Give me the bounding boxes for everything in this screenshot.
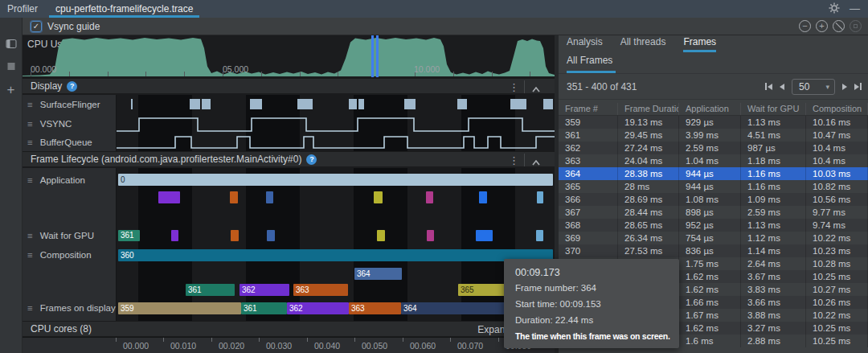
table-row[interactable]: 36428.38 ms944 µs1.16 ms10.03 ms xyxy=(559,167,868,180)
first-page-button[interactable] xyxy=(765,83,772,90)
frame-bar[interactable]: 361 xyxy=(186,284,235,296)
column-header[interactable]: Frame # xyxy=(559,103,618,115)
table-cell: 10.4 ms xyxy=(806,154,868,167)
frame-bar[interactable]: 359 xyxy=(118,302,241,314)
drag-handle-icon[interactable]: ≡ xyxy=(27,138,33,147)
column-header[interactable]: Frame Duration xyxy=(618,103,679,115)
frame-bar[interactable]: 362 xyxy=(287,302,349,314)
frame-bar[interactable]: 363 xyxy=(293,284,348,296)
table-row[interactable]: 36324.04 ms1.04 ms1.18 ms10.4 ms xyxy=(559,154,868,167)
frame-lifecycle-section-header[interactable]: Frame Lifecycle (android.com.java.profil… xyxy=(23,151,555,167)
frame-bar[interactable] xyxy=(476,230,493,241)
frame-bar[interactable] xyxy=(479,191,487,203)
table-row[interactable]: 36926.34 ms754 µs1.12 ms10.22 ms xyxy=(559,232,868,244)
page-size-select[interactable]: 50 ▾ xyxy=(792,79,835,95)
stop-square-icon[interactable] xyxy=(7,63,14,70)
previous-page-button[interactable] xyxy=(780,84,784,90)
kebab-menu-icon[interactable]: ⋮ xyxy=(509,154,519,166)
table-row[interactable]: 36728.44 ms898 µs2.59 ms9.77 ms xyxy=(559,206,868,219)
table-row[interactable]: 36528 ms944 µs1.16 ms10.82 ms xyxy=(559,180,868,193)
table-row[interactable]: 37027.53 ms836 µs1.14 ms10.23 ms xyxy=(559,244,868,257)
surfaceflinger-block[interactable] xyxy=(297,99,313,109)
column-header[interactable]: Wait for GPU xyxy=(741,103,806,115)
surfaceflinger-block[interactable] xyxy=(358,99,364,109)
table-cell: 3.67 ms xyxy=(741,270,806,283)
frame-bar[interactable]: 360 xyxy=(118,249,553,261)
frame-bar[interactable] xyxy=(266,191,273,203)
drag-handle-icon[interactable]: ≡ xyxy=(27,119,33,129)
table-row[interactable]: 35919.13 ms929 µs1.13 ms10.16 ms xyxy=(559,116,868,129)
help-icon[interactable]: ? xyxy=(306,154,317,165)
table-row[interactable]: 36628.69 ms1.08 ms1.09 ms10.56 ms xyxy=(559,193,868,206)
drag-handle-icon[interactable]: ≡ xyxy=(27,303,33,313)
surfaceflinger-block[interactable] xyxy=(190,99,200,109)
tab-all-frames[interactable]: All Frames xyxy=(567,55,616,73)
collapse-chevron-icon[interactable] xyxy=(532,157,540,162)
frame-bar[interactable] xyxy=(158,191,180,203)
window-titlebar: Profiler cpu-perfetto-framelifecycle.tra… xyxy=(0,0,868,18)
table-cell: 3.99 ms xyxy=(679,129,741,142)
frame-bar[interactable] xyxy=(230,191,238,203)
frame-bar[interactable] xyxy=(377,230,385,241)
frame-bar[interactable]: 361 xyxy=(241,302,287,314)
tab-all-threads[interactable]: All threads xyxy=(620,36,666,52)
frame-bar[interactable]: 364 xyxy=(354,268,402,280)
collapse-chevron-icon[interactable] xyxy=(532,84,540,88)
column-header[interactable]: Composition xyxy=(806,103,868,115)
tab-frames[interactable]: Frames xyxy=(683,36,716,52)
frame-bar[interactable] xyxy=(536,230,543,241)
surfaceflinger-block[interactable] xyxy=(404,99,416,109)
surfaceflinger-block[interactable] xyxy=(250,99,262,109)
table-row[interactable]: 36227.24 ms2.59 ms987 µs10.4 ms xyxy=(559,142,868,154)
subtab-bar: All Frames xyxy=(559,52,868,74)
pagination-bar: 351 - 400 of 431 50 ▾ xyxy=(559,74,868,100)
profiler-menu[interactable]: Profiler xyxy=(0,3,47,14)
drag-handle-icon[interactable]: ≡ xyxy=(27,175,33,185)
tab-analysis[interactable]: Analysis xyxy=(567,36,603,52)
surfaceflinger-block[interactable] xyxy=(543,99,553,109)
frame-bar[interactable]: 361 xyxy=(118,230,140,241)
last-page-button[interactable] xyxy=(854,83,862,90)
next-page-button[interactable] xyxy=(842,84,847,90)
frame-bar[interactable] xyxy=(231,230,239,241)
reset-zoom-icon[interactable] xyxy=(833,20,845,32)
track-label-text: BufferQueue xyxy=(40,138,92,147)
table-cell: 10.25 ms xyxy=(806,322,868,335)
table-row[interactable]: 36129.45 ms3.99 ms4.51 ms10.47 ms xyxy=(559,129,868,142)
frame-bar[interactable] xyxy=(374,191,383,203)
table-row[interactable]: 36828.65 ms952 µs1.13 ms9.74 ms xyxy=(559,219,868,232)
frame-bar[interactable] xyxy=(427,230,434,241)
drag-handle-icon[interactable]: ≡ xyxy=(27,100,33,109)
cpu-cores-section-header[interactable]: CPU cores (8)Expand Se xyxy=(23,321,555,337)
frame-bar[interactable]: 363 xyxy=(349,302,401,314)
cpu-usage-chart[interactable]: CPU Usage00.00005.00010.000 xyxy=(23,35,555,77)
analysis-tab-bar: AnalysisAll threadsFrames xyxy=(559,35,868,52)
frame-bar[interactable] xyxy=(537,191,543,203)
surfaceflinger-block[interactable] xyxy=(202,99,211,109)
frame-bar[interactable] xyxy=(171,230,178,241)
kebab-menu-icon[interactable]: ⋮ xyxy=(509,81,519,93)
surfaceflinger-block[interactable] xyxy=(457,99,467,109)
minimize-icon[interactable]: — xyxy=(850,5,860,13)
surfaceflinger-block[interactable] xyxy=(349,99,357,109)
zoom-in-icon[interactable]: + xyxy=(816,20,828,32)
drag-handle-icon[interactable]: ≡ xyxy=(27,250,33,260)
table-cell: 952 µs xyxy=(679,219,741,232)
vsync-guide-checkbox[interactable]: ✓ xyxy=(31,21,42,32)
frame-bar[interactable]: 0 xyxy=(118,174,553,186)
drag-handle-icon[interactable]: ≡ xyxy=(27,231,33,240)
zoom-out-icon[interactable]: − xyxy=(799,20,811,32)
surfaceflinger-block[interactable] xyxy=(510,99,526,109)
settings-gear-icon[interactable] xyxy=(829,2,840,16)
frame-bar[interactable] xyxy=(426,191,433,203)
layout-panel-icon[interactable] xyxy=(6,39,16,48)
frame-bar[interactable]: 362 xyxy=(240,284,289,296)
trace-tab[interactable]: cpu-perfetto-framelifecycle.trace xyxy=(47,0,201,18)
fit-to-screen-icon[interactable] xyxy=(850,20,862,32)
table-cell: 1.67 ms xyxy=(679,309,741,322)
add-icon[interactable]: + xyxy=(7,82,15,98)
help-icon[interactable]: ? xyxy=(67,81,77,92)
column-header[interactable]: Application xyxy=(679,103,741,115)
frame-bar[interactable] xyxy=(267,230,275,241)
display-section-header[interactable]: Display?⋮ xyxy=(23,78,555,94)
